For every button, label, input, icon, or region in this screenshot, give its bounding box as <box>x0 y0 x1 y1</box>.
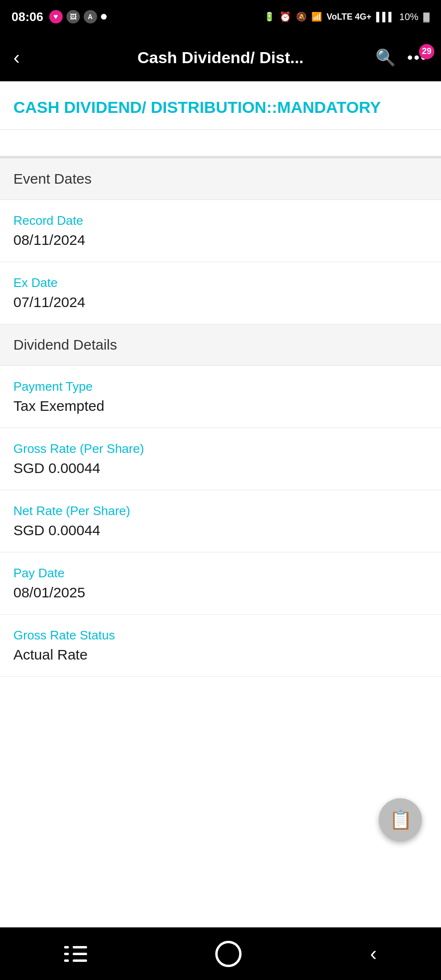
payment-type-value: Tax Exempted <box>13 398 428 414</box>
scroll-content: CASH DIVIDEND/ DISTRIBUTION::MANDATORY E… <box>0 81 441 927</box>
status-right: 🔋 ⏰ 🔕 📶 VoLTE 4G+ ▌▌▌ 10% ▓ <box>264 11 430 22</box>
page-heading: CASH DIVIDEND/ DISTRIBUTION::MANDATORY <box>0 81 441 130</box>
dividend-details-header: Dividend Details <box>0 324 441 366</box>
mute-icon: 🔕 <box>296 11 307 22</box>
app-icon-3: A <box>84 10 97 23</box>
status-bar: 08:06 ♥ 🖼 A 🔋 ⏰ 🔕 📶 VoLTE 4G+ ▌▌▌ 10% <box>0 0 441 33</box>
payment-type-label: Payment Type <box>13 379 428 394</box>
search-button[interactable]: 🔍 <box>375 48 396 67</box>
gross-rate-status-field: Gross Rate Status Actual Rate <box>0 615 441 677</box>
bottom-nav-back[interactable]: ‹ <box>370 942 377 965</box>
gross-rate-value: SGD 0.00044 <box>13 460 428 476</box>
event-dates-label: Event Dates <box>13 171 91 187</box>
signal-text: VoLTE 4G+ <box>327 12 372 22</box>
record-date-field: Record Date 08/11/2024 <box>0 200 441 262</box>
net-rate-value: SGD 0.00044 <box>13 522 428 539</box>
ex-date-value: 07/11/2024 <box>13 294 428 310</box>
nav-right-buttons: 🔍 ••• 29 <box>375 48 428 67</box>
hamburger-icon <box>64 946 87 962</box>
app-icon-1: ♥ <box>49 10 63 23</box>
wifi-icon: 📶 <box>311 11 322 22</box>
fab-icon: 📋 <box>389 809 412 830</box>
scroll-spacer <box>0 677 441 772</box>
gross-rate-status-label: Gross Rate Status <box>13 628 428 643</box>
ex-date-field: Ex Date 07/11/2024 <box>0 262 441 324</box>
home-circle-icon <box>215 941 242 967</box>
notification-dot <box>101 14 107 20</box>
alarm-icon: ⏰ <box>279 11 291 22</box>
gross-rate-status-value: Actual Rate <box>13 647 428 663</box>
status-icons-left: ♥ 🖼 A <box>49 10 107 23</box>
fab-button[interactable]: 📋 <box>379 798 422 841</box>
net-rate-label: Net Rate (Per Share) <box>13 504 428 518</box>
payment-type-field: Payment Type Tax Exempted <box>0 366 441 428</box>
record-date-value: 08/11/2024 <box>13 232 428 248</box>
gross-rate-label: Gross Rate (Per Share) <box>13 441 428 456</box>
dividend-details-label: Dividend Details <box>13 337 117 352</box>
bottom-nav: ‹ <box>0 927 441 980</box>
tab-item-1[interactable] <box>0 130 220 157</box>
back-button[interactable]: ‹ <box>13 47 20 68</box>
pay-date-label: Pay Date <box>13 566 428 581</box>
tab-bar <box>0 130 441 158</box>
nav-bar: ‹ Cash Dividend/ Dist... 🔍 ••• 29 <box>0 33 441 81</box>
event-dates-header: Event Dates <box>0 158 441 200</box>
notification-badge: 29 <box>419 44 434 59</box>
status-time: 08:06 <box>11 10 44 24</box>
ex-date-label: Ex Date <box>13 275 428 290</box>
pay-date-value: 08/01/2025 <box>13 584 428 601</box>
app-icon-2: 🖼 <box>66 10 80 23</box>
net-rate-field: Net Rate (Per Share) SGD 0.00044 <box>0 490 441 552</box>
gross-rate-field: Gross Rate (Per Share) SGD 0.00044 <box>0 428 441 490</box>
battery-percent: 10% <box>399 11 419 22</box>
signal-bars: ▌▌▌ <box>376 12 395 22</box>
more-button[interactable]: ••• 29 <box>407 49 428 66</box>
bottom-nav-home[interactable] <box>215 941 242 967</box>
bottom-nav-menu[interactable] <box>64 946 87 962</box>
nav-title: Cash Dividend/ Dist... <box>137 48 304 67</box>
tab-item-2[interactable] <box>220 130 441 157</box>
page-heading-text: CASH DIVIDEND/ DISTRIBUTION::MANDATORY <box>13 97 428 118</box>
battery-level-icon: ▓ <box>423 12 430 22</box>
battery-icon: 🔋 <box>264 11 275 22</box>
pay-date-field: Pay Date 08/01/2025 <box>0 552 441 615</box>
record-date-label: Record Date <box>13 213 428 228</box>
back-arrow-icon: ‹ <box>370 942 377 965</box>
status-left: 08:06 ♥ 🖼 A <box>11 10 107 24</box>
